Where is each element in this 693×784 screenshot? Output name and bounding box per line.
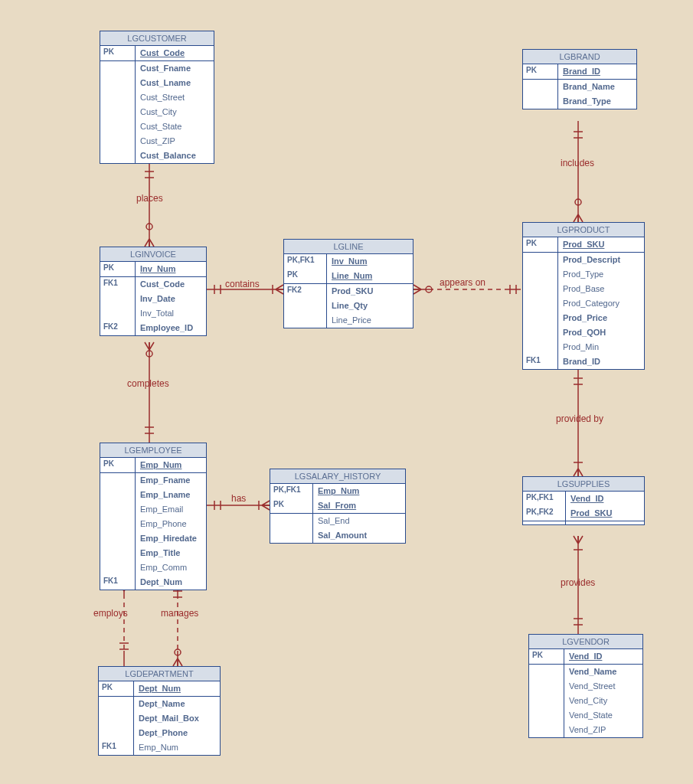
key-label: PK [523,64,558,79]
attribute: Vend_ZIP [569,724,639,736]
key-label [99,726,134,740]
attribute: Emp_Num [318,485,402,497]
key-label [100,292,136,306]
attribute: Dept_Phone [139,727,217,739]
key-label [100,560,136,575]
key-label [99,711,134,726]
entity-lgdepartment: LGDEPARTMENTPKDept_NumDept_NameDept_Mail… [98,666,221,756]
attribute: Prod_Base [563,283,641,295]
key-label [529,679,564,694]
attribute: Vend_City [569,695,639,707]
entity-title: LGDEPARTMENT [99,667,220,681]
rel-employs: employs [93,608,128,619]
key-label: PK [270,498,313,513]
rel-has: has [231,493,246,504]
entity-lgproduct: LGPRODUCTPKProd_SKUProd_DescriptProd_Typ… [522,222,645,370]
attribute: Vend_ID [569,651,639,662]
key-label: PK,FK2 [523,506,566,521]
attribute: Emp_Lname [140,489,203,501]
entity-lgemployee: LGEMPLOYEEPKEmp_NumEmp_FnameEmp_LnameEmp… [100,443,207,590]
entity-title: LGLINE [284,240,413,254]
rel-contains: contains [225,279,260,289]
entity-title: LGVENDOR [529,635,642,649]
entity-title: LGEMPLOYEE [100,443,206,458]
attribute: Employee_ID [140,322,203,334]
entity-lgsalary: LGSALARY_HISTORYPK,FK1Emp_NumPKSal_FromS… [270,469,406,544]
attribute: Emp_Hiredate [140,533,203,544]
key-label: PK [284,269,327,283]
attribute: Cust_State [140,121,211,132]
key-label [523,340,558,354]
key-label [270,528,313,543]
key-label: PK,FK1 [270,484,313,498]
attribute: Cust_Code [140,47,211,59]
key-label [100,134,136,149]
attribute: Dept_Num [140,577,203,588]
key-label: FK2 [100,321,136,335]
key-label: PK [100,46,136,60]
key-label [100,76,136,90]
entity-title: LGPRODUCT [523,223,644,237]
key-label: FK2 [284,284,327,299]
key-label [270,514,313,528]
attribute: Cust_Street [140,92,211,103]
key-label [100,502,136,517]
entity-lgbrand: LGBRANDPKBrand_IDBrand_NameBrand_Type [522,49,637,109]
attribute: Emp_Title [140,547,203,559]
rel-manages: manages [161,608,198,619]
attribute: Prod_SKU [332,286,410,297]
attribute: Emp_Num [139,742,217,753]
attribute: Inv_Date [140,293,203,305]
key-label: FK1 [100,277,136,292]
key-label [100,473,136,488]
attribute: Prod_SKU [570,508,641,519]
attribute: Line_Price [332,315,410,326]
attribute: Prod_Descript [563,254,641,266]
key-label [100,531,136,546]
key-label [100,546,136,560]
attribute: Cust_Balance [140,150,211,162]
key-label: PK [523,237,558,252]
key-label [100,517,136,531]
attribute: Line_Qty [332,300,410,312]
key-label [523,296,558,311]
entity-title: LGSUPPLIES [523,477,644,492]
attribute: Prod_Price [563,312,641,324]
attribute: Vend_ID [570,493,641,505]
key-label [529,665,564,679]
entity-title: LGSALARY_HISTORY [270,469,405,484]
key-label [523,282,558,296]
attribute: Brand_ID [563,356,641,368]
attribute: Prod_Type [563,269,641,280]
attribute: Sal_From [318,500,402,511]
key-label: FK1 [523,354,558,369]
key-label [529,694,564,708]
entity-title: LGINVOICE [100,247,206,262]
key-label: PK [529,649,564,664]
key-label [523,253,558,267]
key-label: PK,FK1 [523,492,566,506]
attribute: Sal_End [318,515,402,527]
key-label: FK1 [99,740,134,755]
attribute: Cust_Fname [140,63,211,74]
attribute: Brand_Type [563,96,633,107]
entity-title: LGBRAND [523,50,636,64]
entity-lgsupplies: LGSUPPLIESPK,FK1Vend_IDPK,FK2Prod_SKU [522,476,645,525]
attribute: Inv_Num [332,256,410,267]
attribute: Cust_Code [140,279,203,290]
attribute: Cust_City [140,106,211,118]
attribute: Emp_Comm [140,562,203,573]
attribute: Dept_Name [139,698,217,710]
rel-includes: includes [561,158,594,168]
attribute: Sal_Amount [318,530,402,541]
attribute: Brand_ID [563,66,633,77]
key-label [284,313,327,328]
key-label: PK [100,262,136,276]
key-label [100,488,136,502]
key-label [523,311,558,325]
key-label: PK,FK1 [284,254,327,269]
key-label [523,267,558,282]
key-label [529,708,564,723]
rel-appears-on: appears on [440,277,485,288]
entity-lgvendor: LGVENDORPKVend_IDVend_NameVend_StreetVen… [528,634,643,738]
